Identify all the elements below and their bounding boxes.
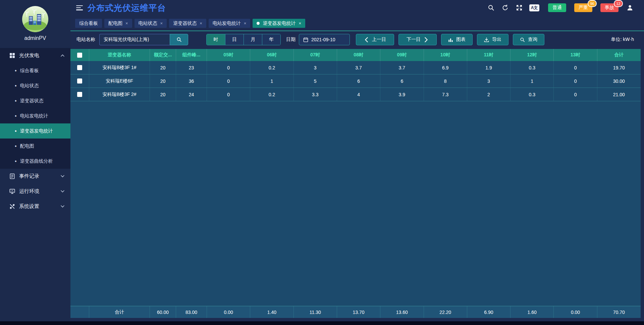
tab-close-icon[interactable]: × <box>244 21 247 26</box>
event-log-icon <box>9 173 15 179</box>
alarm-count-badge: 12 <box>614 0 623 7</box>
value-cell: 4 <box>337 88 380 101</box>
tab-close-icon[interactable]: × <box>299 21 301 26</box>
column-header: 11时 <box>467 49 511 61</box>
footer-value-cell: 1.60 <box>511 306 554 318</box>
alarm-pill-普通[interactable]: 普通 <box>548 3 566 12</box>
environment-icon <box>9 188 15 194</box>
alarm-pill-严重[interactable]: 严重96 <box>574 3 592 12</box>
period-segmented: 时日月年 <box>206 34 281 45</box>
value-cell: 6.9 <box>424 61 467 74</box>
logo-area: adminPV <box>0 0 70 48</box>
tab-逆变器发电统计[interactable]: 逆变器发电统计× <box>253 19 305 28</box>
column-header: 07时 <box>294 49 337 61</box>
sidebar-item-电站发电统计[interactable]: •电站发电统计 <box>0 108 70 123</box>
station-search-button[interactable] <box>170 34 188 45</box>
download-icon <box>484 37 489 42</box>
value-cell: 0 <box>207 88 250 101</box>
sidebar-section-系统设置[interactable]: 系统设置 <box>0 199 70 214</box>
sidebar-section-光伏发电[interactable]: 光伏发电 <box>0 48 70 63</box>
column-header: 06时 <box>250 49 293 61</box>
export-button[interactable]: 导出 <box>477 34 508 45</box>
period-时[interactable]: 时 <box>207 34 225 45</box>
value-cell: 1 <box>511 74 554 88</box>
menu-section-label: 事件记录 <box>19 173 61 179</box>
sidebar-item-综合看板[interactable]: •综合看板 <box>0 63 70 78</box>
bullet-icon: • <box>15 128 17 134</box>
sidebar-section-事件记录[interactable]: 事件记录 <box>0 169 70 184</box>
sidebar-menu: 光伏发电•综合看板•电站状态•逆变器状态•电站发电统计•逆变器发电统计•配电图•… <box>0 48 70 214</box>
alarm-pill-label: 事故 <box>605 5 614 11</box>
submenu: •综合看板•电站状态•逆变器状态•电站发电统计•逆变器发电统计•配电图•逆变器曲… <box>0 63 70 169</box>
value-cell: 3 <box>294 61 337 74</box>
column-header: 08时 <box>337 49 380 61</box>
tab-配电图[interactable]: 配电图× <box>104 19 132 28</box>
sidebar-item-电站状态[interactable]: •电站状态 <box>0 78 70 93</box>
table-row: 安科瑞B楼3F 1#202300.233.73.76.91.90.3019.70 <box>70 61 641 74</box>
tab-close-icon[interactable]: × <box>200 21 202 26</box>
value-cell: 0.2 <box>250 88 293 101</box>
active-tab-dot-icon <box>257 22 260 25</box>
bullet-icon: • <box>15 83 17 89</box>
tab-label: 电站发电统计 <box>213 20 241 26</box>
row-checkbox[interactable] <box>77 92 82 97</box>
tab-close-icon[interactable]: × <box>125 21 128 26</box>
magnifier-icon <box>520 37 525 42</box>
row-checkbox-cell <box>70 61 89 74</box>
sidebar-item-label: 电站状态 <box>20 83 39 89</box>
period-年[interactable]: 年 <box>262 34 280 45</box>
company-logo <box>22 6 48 32</box>
column-header: 额定交... <box>150 49 176 61</box>
row-checkbox[interactable] <box>77 78 82 84</box>
sidebar-item-配电图[interactable]: •配电图 <box>0 139 70 154</box>
sidebar-item-逆变器状态[interactable]: •逆变器状态 <box>0 93 70 108</box>
tab-综合看板[interactable]: 综合看板 <box>75 19 102 28</box>
tab-逆变器状态[interactable]: 逆变器状态× <box>169 19 206 28</box>
tab-电站发电统计[interactable]: 电站发电统计× <box>209 19 251 28</box>
tab-label: 逆变器状态 <box>173 20 197 26</box>
chevron-up-icon <box>61 54 64 57</box>
row-checkbox-cell <box>70 88 89 101</box>
value-cell: 21.00 <box>597 88 641 101</box>
inverter-name-cell: 安科瑞B楼3F 2# <box>89 88 150 101</box>
value-cell: 2 <box>467 88 511 101</box>
footer-value-cell: 13.70 <box>337 306 380 318</box>
table-header-row: 逆变器名称额定交...组件峰...05时06时07时08时09时10时11时12… <box>70 49 641 61</box>
alarm-pill-事故[interactable]: 事故12 <box>600 3 619 12</box>
column-header: 12时 <box>511 49 554 61</box>
sidebar-item-逆变器发电统计[interactable]: •逆变器发电统计 <box>0 123 70 139</box>
user-icon[interactable] <box>626 4 634 12</box>
tab-close-icon[interactable]: × <box>160 21 163 26</box>
query-button[interactable]: 查询 <box>513 34 544 45</box>
station-name-input[interactable] <box>99 34 170 45</box>
search-icon[interactable] <box>487 4 495 12</box>
sidebar-item-label: 配电图 <box>20 143 34 149</box>
alarm-pill-label: 普通 <box>552 5 562 11</box>
row-checkbox[interactable] <box>77 65 82 70</box>
fullscreen-icon[interactable] <box>515 4 523 12</box>
sidebar-item-逆变器曲线分析[interactable]: •逆变器曲线分析 <box>0 154 70 169</box>
period-日[interactable]: 日 <box>225 34 244 45</box>
chart-button[interactable]: 图表 <box>441 34 473 45</box>
prev-day-button[interactable]: 上一日 <box>356 34 394 45</box>
inverter-name-cell: 安科瑞E楼6F <box>89 74 150 88</box>
value-cell: 3 <box>467 74 511 88</box>
refresh-icon[interactable] <box>501 4 509 12</box>
collapse-menu-icon[interactable] <box>76 5 83 10</box>
next-day-button[interactable]: 下一日 <box>398 34 437 45</box>
value-cell: 1.9 <box>467 61 511 74</box>
translate-icon[interactable]: A文 <box>529 4 539 11</box>
select-all-checkbox[interactable] <box>77 53 82 58</box>
period-月[interactable]: 月 <box>244 34 262 45</box>
chevron-down-icon <box>61 205 64 208</box>
calendar-icon <box>303 37 308 42</box>
column-header: 13时 <box>554 49 597 61</box>
date-picker[interactable]: 2021-09-10 <box>299 34 350 45</box>
chevron-down-icon <box>61 175 64 177</box>
column-header: 10时 <box>424 49 467 61</box>
chevron-down-icon <box>61 190 64 193</box>
unit-label: 单位: kW·h <box>611 37 634 43</box>
tab-电站状态[interactable]: 电站状态× <box>135 19 167 28</box>
tab-label: 电站状态 <box>139 20 157 26</box>
sidebar-section-运行环境[interactable]: 运行环境 <box>0 184 70 199</box>
